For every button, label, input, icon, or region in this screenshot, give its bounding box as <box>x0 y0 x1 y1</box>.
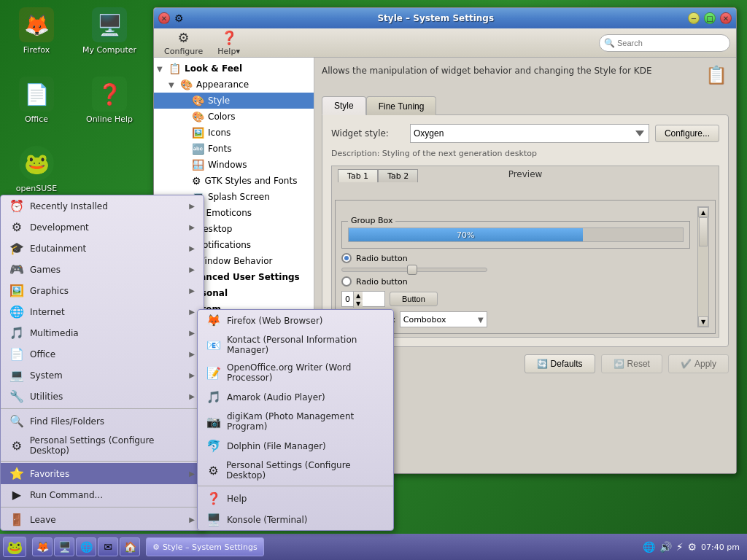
expand-arrow: ▼ <box>169 81 179 89</box>
group-box-label: Group Box <box>348 216 395 225</box>
menu-item-leave[interactable]: 🚪 Leave ▶ <box>1 509 204 530</box>
tree-item-style[interactable]: 🎨 Style <box>154 93 314 109</box>
menu-item-personalsettings[interactable]: ⚙️ Personal Settings (Configure Desktop) <box>1 432 204 459</box>
search-icon: 🔍 <box>604 38 615 48</box>
taskbar-start-btn[interactable]: 🐸 <box>3 537 26 557</box>
menu-item-multimedia[interactable]: 🎵 Multimedia ▶ <box>1 322 204 343</box>
system-menu-icon: 💻 <box>9 368 24 382</box>
preview-tabs: Tab 1 Tab 2 <box>338 169 418 182</box>
submenu-konsole[interactable]: 🖥️ Konsole (Terminal) <box>198 509 393 530</box>
tree-item-windows[interactable]: 🪟 Windows <box>154 157 314 173</box>
menu-item-utilities[interactable]: 🔧 Utilities ▶ <box>1 386 204 407</box>
desktop-icon-mycomputer[interactable]: 🖥️ My Computer <box>80 7 139 55</box>
systray-volume[interactable]: 🔊 <box>659 541 672 553</box>
desktop-icon-office[interactable]: 📄 Office <box>7 77 66 124</box>
submenu-firefox-icon: 🦊 <box>206 314 221 327</box>
tab-style[interactable]: Style <box>322 96 366 115</box>
submenu-amarok[interactable]: 🎵 Amarok (Audio Player) <box>198 386 393 408</box>
taskbar-clock: 07:40 pm <box>701 542 740 552</box>
scrollbar-down-btn[interactable]: ▼ <box>698 316 708 327</box>
apply-btn[interactable]: ✔️ Apply <box>668 354 729 373</box>
radio-1[interactable] <box>341 253 352 263</box>
submenu-personalsettings[interactable]: ⚙️ Personal Settings (Configure Desktop) <box>198 456 393 484</box>
menu-divider-3 <box>1 507 204 508</box>
fonts-icon: 🔤 <box>192 143 204 155</box>
quick-home[interactable]: 🏠 <box>120 537 140 556</box>
tree-item-lookfeel[interactable]: ▼ 📋 Look & Feel <box>154 61 314 77</box>
menu-item-development[interactable]: ⚙️ Development ▶ <box>1 217 204 238</box>
spinbox-up[interactable]: ▲ <box>354 292 363 300</box>
tree-item-appearance[interactable]: ▼ 🎨 Appearance <box>154 77 314 93</box>
scrollbar-up-btn[interactable]: ▲ <box>698 207 708 217</box>
tree-item-icons[interactable]: 🖼️ Icons <box>154 125 314 141</box>
tree-item-gtk[interactable]: ⚙️ GTK Styles and Fonts <box>154 173 314 189</box>
submenu-digikam[interactable]: 📷 digiKam (Photo Management Program) <box>198 408 393 435</box>
menu-item-internet[interactable]: 🌐 Internet ▶ <box>1 301 204 322</box>
titlebar-icon: ⚙️ <box>174 12 184 24</box>
desktop-icon-label-office: Office <box>25 114 48 124</box>
menu-item-findfiles[interactable]: 🔍 Find Files/Folders <box>1 411 204 432</box>
submenu-dolphin[interactable]: 🐬 Dolphin (File Manager) <box>198 435 393 456</box>
desktop-icon-firefox[interactable]: 🦊 Firefox <box>7 7 66 55</box>
quick-firefox[interactable]: 🦊 <box>32 537 53 556</box>
menu-item-system[interactable]: 💻 System ▶ <box>1 365 204 386</box>
preview-tab-1[interactable]: Tab 1 <box>338 169 378 182</box>
window-maximize-btn[interactable]: □ <box>704 12 716 24</box>
window-close-btn2[interactable]: ✕ <box>720 12 732 24</box>
tree-label-fonts: Fonts <box>208 144 231 154</box>
systray-settings[interactable]: ⚙️ <box>688 541 697 553</box>
quick-email[interactable]: ✉️ <box>98 537 118 556</box>
menu-item-favorites[interactable]: ⭐ Favorites ▶ <box>1 463 204 484</box>
radio-2[interactable] <box>341 276 352 287</box>
menu-item-graphics[interactable]: 🖼️ Graphics ▶ <box>1 280 204 301</box>
menu-item-runcommand[interactable]: ▶️ Run Command... <box>1 484 204 505</box>
menu-item-recentlyinstalled[interactable]: ⏰ Recently Installed ▶ <box>1 195 204 217</box>
tree-label-windows: Windows <box>208 160 247 170</box>
radio-row-1: Radio button <box>341 253 690 263</box>
widget-style-select[interactable]: Oxygen <box>410 124 649 143</box>
tree-item-fonts[interactable]: 🔤 Fonts <box>154 141 314 157</box>
slider-row <box>341 268 690 272</box>
window-titlebar: ✕ ⚙️ Style – System Settings − □ ✕ <box>154 8 736 28</box>
slider-thumb[interactable] <box>407 265 417 275</box>
desktop-icon-label-firefox: Firefox <box>23 45 50 55</box>
tab-finetuning[interactable]: Fine Tuning <box>366 96 437 115</box>
leave-icon: 🚪 <box>9 513 24 526</box>
menu-arrow: ▶ <box>189 470 195 478</box>
submenu-help[interactable]: ❓ Help <box>198 488 393 509</box>
menu-item-edutainment[interactable]: 🎓 Edutainment ▶ <box>1 238 204 259</box>
search-input[interactable] <box>599 34 730 52</box>
scrollbar-thumb[interactable] <box>699 217 708 246</box>
tree-item-colors[interactable]: 🎨 Colors <box>154 109 314 125</box>
defaults-btn[interactable]: 🔄 Defaults <box>525 354 595 373</box>
submenu-firefox[interactable]: 🦊 Firefox (Web Browser) <box>198 310 393 331</box>
submenu-oowriter[interactable]: 📝 OpenOffice.org Writer (Word Processor) <box>198 359 393 386</box>
desktop-icon-onlinehelp[interactable]: ❓ Online Help <box>80 77 139 124</box>
quick-mycomputer[interactable]: 🖥️ <box>54 537 74 556</box>
menu-item-games[interactable]: 🎮 Games ▶ <box>1 259 204 280</box>
preview-tab-2[interactable]: Tab 2 <box>378 169 418 182</box>
spinbox-down[interactable]: ▼ <box>354 300 363 308</box>
submenu-help-icon: ❓ <box>206 491 221 505</box>
preview-button[interactable]: Button <box>390 292 438 306</box>
configure-style-btn[interactable]: Configure... <box>655 125 719 142</box>
combobox[interactable]: Combobox ▼ <box>400 311 487 327</box>
menu-item-office[interactable]: 📄 Office ▶ <box>1 343 204 365</box>
window-minimize-btn[interactable]: − <box>688 12 700 24</box>
appearance-icon: 🎨 <box>180 79 193 90</box>
taskbar-settings[interactable]: ⚙️ Style – System Settings <box>146 537 264 556</box>
help-toolbar-btn[interactable]: ❓ Help▾ <box>213 28 244 58</box>
window-close-btn[interactable]: ✕ <box>158 12 170 24</box>
systray-network[interactable]: 🌐 <box>643 541 655 553</box>
reset-btn[interactable]: ↩️ Reset <box>601 354 662 373</box>
toolbar-search: 🔍 <box>599 34 730 52</box>
systray-battery[interactable]: ⚡ <box>676 541 684 553</box>
desktop-icon-opensuse[interactable]: 🐸 openSUSE <box>7 146 66 193</box>
submenu-kontact[interactable]: 📧 Kontact (Personal Information Manager) <box>198 331 393 359</box>
widget-style-label: Widget style: <box>331 128 404 139</box>
configure-toolbar-btn[interactable]: ⚙️ Configure <box>160 28 207 58</box>
lookfeel-icon: 📋 <box>169 63 181 74</box>
quick-browser[interactable]: 🌐 <box>76 537 96 556</box>
colors-icon: 🎨 <box>192 111 204 122</box>
slider-track[interactable] <box>341 268 487 272</box>
